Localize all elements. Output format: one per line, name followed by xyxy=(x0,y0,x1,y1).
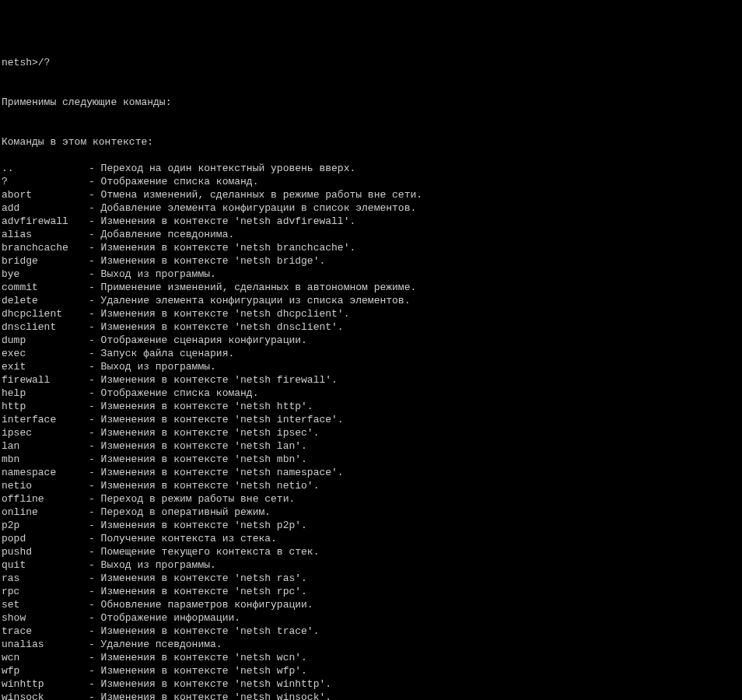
command-desc: - Выход из программы. xyxy=(89,268,216,281)
command-name: popd xyxy=(2,532,89,545)
command-name: add xyxy=(2,201,89,215)
command-row: p2p- Изменения в контексте 'netsh p2p'. xyxy=(2,519,740,532)
command-desc: - Удаление псевдонима. xyxy=(89,638,222,651)
command-name: netio xyxy=(2,479,89,492)
command-name: alias xyxy=(2,228,89,241)
command-row: winhttp- Изменения в контексте 'netsh wi… xyxy=(2,677,740,691)
command-row: help- Отображение списка команд. xyxy=(2,387,740,400)
command-name: wfp xyxy=(2,664,89,677)
command-desc: - Отображение информации. xyxy=(89,611,240,625)
command-row: bye- Выход из программы. xyxy=(2,268,740,281)
command-desc: - Помещение текущего контекста в стек. xyxy=(89,545,319,558)
command-row: alias- Добавление псевдонима. xyxy=(2,228,740,241)
command-row: trace- Изменения в контексте 'netsh trac… xyxy=(2,625,740,638)
command-name: help xyxy=(2,387,89,400)
command-row: delete- Удаление элемента конфигурации и… xyxy=(2,294,740,307)
command-desc: - Изменения в контексте 'netsh firewall'… xyxy=(89,373,338,387)
command-name: .. xyxy=(2,162,89,175)
command-name: namespace xyxy=(2,466,89,479)
command-row: ..- Переход на один контекстный уровень … xyxy=(2,162,740,175)
command-name: wcn xyxy=(2,651,89,664)
command-desc: - Получение контекста из стека. xyxy=(89,532,277,545)
command-row: commit- Применение изменений, сделанных … xyxy=(2,281,740,294)
command-name: trace xyxy=(2,625,89,638)
command-row: dnsclient- Изменения в контексте 'netsh … xyxy=(2,320,740,334)
command-name: exec xyxy=(2,347,89,360)
command-name: commit xyxy=(2,281,89,294)
command-name: unalias xyxy=(2,638,89,651)
command-desc: - Изменения в контексте 'netsh p2p'. xyxy=(89,519,307,532)
command-name: pushd xyxy=(2,545,89,558)
command-row: pushd- Помещение текущего контекста в ст… xyxy=(2,545,740,558)
command-name: bridge xyxy=(2,254,89,268)
command-name: abort xyxy=(2,188,89,201)
command-name: rpc xyxy=(2,585,89,598)
command-name: winhttp xyxy=(2,677,89,691)
command-row: exec- Запуск файла сценария. xyxy=(2,347,740,360)
command-row: abort- Отмена изменений, сделанных в реж… xyxy=(2,188,740,201)
command-name: p2p xyxy=(2,519,89,532)
command-name: branchcache xyxy=(2,241,89,254)
command-row: rpc- Изменения в контексте 'netsh rpc'. xyxy=(2,585,740,598)
command-row: mbn- Изменения в контексте 'netsh mbn'. xyxy=(2,453,740,466)
command-desc: - Применение изменений, сделанных в авто… xyxy=(89,281,416,294)
command-desc: - Отображение списка команд. xyxy=(89,387,258,400)
command-desc: - Изменения в контексте 'netsh interface… xyxy=(89,413,344,426)
command-desc: - Изменения в контексте 'netsh branchcac… xyxy=(89,241,355,254)
command-desc: - Запуск файла сценария. xyxy=(89,347,234,360)
command-row: online- Переход в оперативный режим. xyxy=(2,506,740,519)
command-desc: - Изменения в контексте 'netsh ipsec'. xyxy=(89,426,319,439)
command-row: winsock- Изменения в контексте 'netsh wi… xyxy=(2,691,740,700)
command-desc: - Отображение списка команд. xyxy=(89,175,258,188)
command-desc: - Изменения в контексте 'netsh trace'. xyxy=(89,625,319,638)
command-row: exit- Выход из программы. xyxy=(2,360,740,373)
command-row: wfp- Изменения в контексте 'netsh wfp'. xyxy=(2,664,740,677)
command-desc: - Изменения в контексте 'netsh rpc'. xyxy=(89,585,307,598)
command-desc: - Переход в оперативный режим. xyxy=(89,506,271,519)
command-row: netio- Изменения в контексте 'netsh neti… xyxy=(2,479,740,492)
section-header: Команды в этом контексте: xyxy=(2,135,740,149)
command-name: mbn xyxy=(2,453,89,466)
command-name: ras xyxy=(2,572,89,585)
command-desc: - Переход на один контекстный уровень вв… xyxy=(89,162,355,175)
command-name: winsock xyxy=(2,691,89,700)
command-desc: - Выход из программы. xyxy=(89,558,216,572)
command-name: delete xyxy=(2,294,89,307)
command-desc: - Изменения в контексте 'netsh lan'. xyxy=(89,439,307,453)
command-row: firewall- Изменения в контексте 'netsh f… xyxy=(2,373,740,387)
command-row: http- Изменения в контексте 'netsh http'… xyxy=(2,400,740,413)
command-row: unalias- Удаление псевдонима. xyxy=(2,638,740,651)
command-row: ras- Изменения в контексте 'netsh ras'. xyxy=(2,572,740,585)
intro-line: Применимы следующие команды: xyxy=(2,96,740,109)
command-name: dnsclient xyxy=(2,320,89,334)
command-desc: - Изменения в контексте 'netsh mbn'. xyxy=(89,453,307,466)
command-name: http xyxy=(2,400,89,413)
command-row: dhcpclient- Изменения в контексте 'netsh… xyxy=(2,307,740,320)
command-name: lan xyxy=(2,439,89,453)
command-desc: - Обновление параметров конфигурации. xyxy=(89,598,313,611)
command-desc: - Изменения в контексте 'netsh dhcpclien… xyxy=(89,307,349,320)
command-desc: - Изменения в контексте 'netsh wfp'. xyxy=(89,664,307,677)
command-row: add- Добавление элемента конфигурации в … xyxy=(2,201,740,215)
command-name: dhcpclient xyxy=(2,307,89,320)
command-name: offline xyxy=(2,492,89,506)
command-desc: - Добавление элемента конфигурации в спи… xyxy=(89,201,416,215)
command-name: ipsec xyxy=(2,426,89,439)
command-row: wcn- Изменения в контексте 'netsh wcn'. xyxy=(2,651,740,664)
command-name: ? xyxy=(2,175,89,188)
command-desc: - Изменения в контексте 'netsh bridge'. xyxy=(89,254,325,268)
command-name: exit xyxy=(2,360,89,373)
command-name: online xyxy=(2,506,89,519)
command-desc: - Изменения в контексте 'netsh wcn'. xyxy=(89,651,307,664)
command-desc: - Изменения в контексте 'netsh winsock'. xyxy=(89,691,331,700)
command-desc: - Изменения в контексте 'netsh winhttp'. xyxy=(89,677,331,691)
command-desc: - Изменения в контексте 'netsh ras'. xyxy=(89,572,307,585)
command-name: firewall xyxy=(2,373,89,387)
command-row: ipsec- Изменения в контексте 'netsh ipse… xyxy=(2,426,740,439)
command-desc: - Изменения в контексте 'netsh advfirewa… xyxy=(89,215,355,228)
command-row: interface- Изменения в контексте 'netsh … xyxy=(2,413,740,426)
commands-list: ..- Переход на один контекстный уровень … xyxy=(2,162,740,700)
command-row: advfirewall- Изменения в контексте 'nets… xyxy=(2,215,740,228)
command-row: ?- Отображение списка команд. xyxy=(2,175,740,188)
command-row: set- Обновление параметров конфигурации. xyxy=(2,598,740,611)
